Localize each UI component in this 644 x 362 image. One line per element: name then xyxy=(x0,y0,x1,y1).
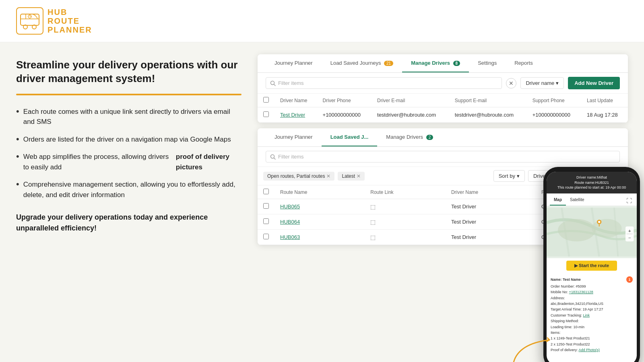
tag-remove-btn[interactable]: ✕ xyxy=(326,173,330,179)
route-row-checkbox[interactable] xyxy=(263,218,269,224)
route-name-link[interactable]: HUB063 xyxy=(280,234,300,240)
search-icon-bottom xyxy=(270,154,276,160)
order-mobile: Mobile No: +18312361128 xyxy=(551,289,633,295)
bottom-tab-manage[interactable]: Manage Drivers 2 xyxy=(377,128,442,146)
right-panel: Journey Planner Load Saved Journeys 21 M… xyxy=(258,54,628,316)
route-driver-cell: Test Driver xyxy=(446,199,536,214)
route-link-cell[interactable]: ⬚ xyxy=(365,214,446,230)
filter-input-top[interactable]: Filter items xyxy=(266,77,502,89)
col-driver-email: Driver E-mail xyxy=(372,94,449,107)
order-tracking: Customer Tracking: Link xyxy=(551,313,633,318)
ext-link-icon[interactable]: ⬚ xyxy=(370,204,376,210)
tab-reports[interactable]: Reports xyxy=(506,54,542,72)
route-name-cell: HUB065 xyxy=(275,199,365,214)
start-route-label: Start the route xyxy=(579,263,609,268)
drivers-table: Driver Name Driver Phone Driver E-mail S… xyxy=(258,94,628,123)
svg-text:+: + xyxy=(628,228,631,233)
filter-placeholder: Filter items xyxy=(278,80,304,86)
phone-order-detail: Name: Test Name 1 Order Number: #5099 Mo… xyxy=(547,273,637,356)
add-driver-button[interactable]: Add New Driver xyxy=(568,77,620,89)
bottom-tab-journey[interactable]: Journey Planner xyxy=(266,128,322,146)
phone-mockup: Driver name:Mithat Route name:HUB321 Thi… xyxy=(543,167,640,362)
filter-placeholder-bottom: Filter items xyxy=(278,154,304,160)
route-checkbox[interactable] xyxy=(258,199,275,214)
tab-settings[interactable]: Settings xyxy=(469,54,506,72)
order-pod: Proof of delivery: Add Photo(s) xyxy=(551,347,633,353)
logo-line2: ROUTE xyxy=(47,16,92,25)
order-items: Items: xyxy=(551,330,633,335)
driver-email-cell: testdriver@hubroute.com xyxy=(372,107,449,123)
sort-by-select[interactable]: Sort by ▾ xyxy=(493,170,525,182)
col-support-phone: Support Phone xyxy=(527,94,581,107)
support-email-cell: testdriver@hubroute.com xyxy=(449,107,527,123)
main-content: Streamline your delivery operations with… xyxy=(0,42,644,324)
logo-text: HUB ROUTE PLANNER xyxy=(47,8,92,34)
phone-route-name: Route name:HUB321 xyxy=(551,180,633,185)
route-row-checkbox[interactable] xyxy=(263,234,269,239)
order-name: Name: Test Name xyxy=(551,277,581,282)
start-route-button[interactable]: ▶ Start the route xyxy=(566,261,617,271)
cta-text: Upgrade your delivery operations today a… xyxy=(16,212,242,234)
bullet-4: Comprehensive management section, allowi… xyxy=(16,179,242,200)
route-checkbox[interactable] xyxy=(258,230,275,245)
tab-manage-drivers[interactable]: Manage Drivers 8 xyxy=(402,54,469,72)
table-header-row: Driver Name Driver Phone Driver E-mail S… xyxy=(258,94,628,107)
clear-btn[interactable]: ✕ xyxy=(506,78,516,88)
svg-point-7 xyxy=(558,219,595,241)
tab-journey-planner[interactable]: Journey Planner xyxy=(266,54,322,72)
order-badge: 1 xyxy=(626,276,633,283)
svg-point-8 xyxy=(592,219,622,238)
filter-tags-row: Open routes, Partial routes ✕ Latest ✕ xyxy=(263,172,365,181)
order-mobile-link[interactable]: +18312361128 xyxy=(569,290,593,294)
row-checkbox[interactable] xyxy=(258,107,275,123)
route-checkbox[interactable] xyxy=(258,214,275,230)
bottom-tab-load-saved[interactable]: Load Saved J... xyxy=(322,128,378,146)
col-driver-phone: Driver Phone xyxy=(317,94,372,107)
row-select-checkbox[interactable] xyxy=(263,111,269,117)
order-number: Order Number: #5099 xyxy=(551,284,633,289)
tab-load-saved[interactable]: Load Saved Journeys 21 xyxy=(322,54,402,72)
support-phone-cell: +100000000000 xyxy=(527,107,581,123)
pod-link[interactable]: Add Photo(s) xyxy=(579,348,600,352)
route-link-cell[interactable]: ⬚ xyxy=(365,230,446,245)
route-name-link[interactable]: HUB064 xyxy=(280,219,300,225)
map-tab-satellite[interactable]: Satellite xyxy=(566,196,588,206)
feature-list: Each route comes with a unique link sent… xyxy=(16,107,242,200)
ext-link-icon[interactable]: ⬚ xyxy=(370,219,376,225)
tag-label-latest: Latest xyxy=(342,173,355,179)
svg-text:−: − xyxy=(628,235,631,240)
phone-screen: Driver name:Mithat Route name:HUB321 Thi… xyxy=(547,172,637,362)
bottom-toolbar-row: Filter items xyxy=(258,147,628,167)
top-toolbar-row: Filter items ✕ Driver name ▾ Add New Dri… xyxy=(258,73,628,94)
left-panel: Streamline your delivery operations with… xyxy=(16,54,242,316)
map-fullscreen-icon[interactable]: ⛶ xyxy=(625,196,634,206)
start-route-bar: ▶ Start the route xyxy=(547,258,637,273)
map-tab-map[interactable]: Map xyxy=(550,196,566,206)
route-driver-cell: Test Driver xyxy=(446,214,536,230)
tracking-link[interactable]: Link xyxy=(583,313,590,317)
filter-input-bottom[interactable]: Filter items xyxy=(266,151,620,162)
routes-col-link: Route Link xyxy=(365,185,446,199)
order-item1: 1 x 1249-Test Product21 xyxy=(551,335,633,341)
col-driver-name: Driver Name xyxy=(275,94,317,107)
routes-col-checkbox xyxy=(258,185,275,199)
ext-link-icon[interactable]: ⬚ xyxy=(370,234,376,241)
phone-start-time: This route planned to start at: 19 Apr 0… xyxy=(551,185,633,190)
driver-name-select[interactable]: Driver name ▾ xyxy=(520,77,564,89)
search-icon xyxy=(270,80,276,86)
route-row-checkbox[interactable] xyxy=(263,203,269,209)
bullet-2: Orders are listed for the driver on a na… xyxy=(16,134,242,145)
col-last-update: Last Update xyxy=(581,94,628,107)
tag-remove-latest-btn[interactable]: ✕ xyxy=(357,173,361,179)
phone-map-tabs: Map Satellite ⛶ xyxy=(547,193,637,206)
route-name-link[interactable]: HUB065 xyxy=(280,204,300,210)
route-link-cell[interactable]: ⬚ xyxy=(365,199,446,214)
order-arrival: Target Arrival Time: 19 Apr 17:27 xyxy=(551,306,633,312)
sort-by-label: Sort by xyxy=(499,173,515,179)
select-all-checkbox[interactable] xyxy=(263,97,269,103)
top-app-screenshot: Journey Planner Load Saved Journeys 21 M… xyxy=(258,54,628,123)
driver-name-link[interactable]: Test Driver xyxy=(280,112,305,118)
routes-select-all[interactable] xyxy=(263,189,269,194)
drivers-table-body: Test Driver +100000000000 testdriver@hub… xyxy=(258,107,628,123)
phone-driver-name: Driver name:Mithat xyxy=(551,175,633,180)
